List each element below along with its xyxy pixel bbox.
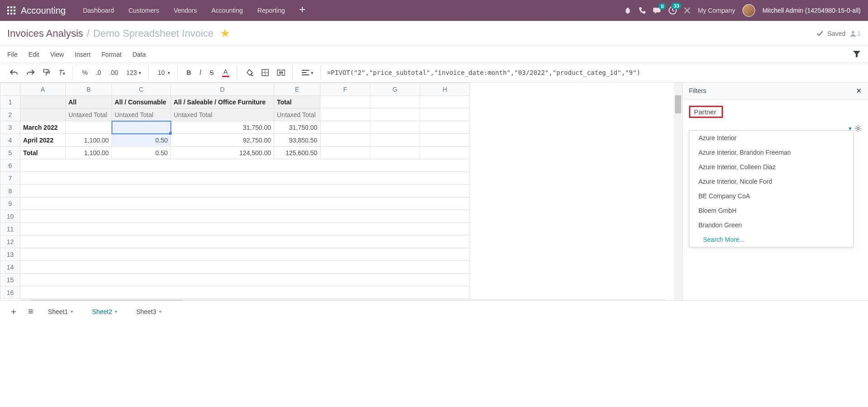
paint-format-icon[interactable] [40, 67, 53, 78]
col-header[interactable]: E [274, 83, 320, 96]
cell[interactable]: 124,500.00 [171, 147, 274, 159]
tab-sheet3[interactable]: Sheet3▾ [130, 304, 167, 319]
cell[interactable] [320, 96, 370, 108]
col-header[interactable]: D [171, 83, 274, 96]
partner-filter-label[interactable]: Partner [689, 106, 723, 118]
cell[interactable] [420, 96, 470, 108]
nav-reporting[interactable]: Reporting [251, 3, 291, 18]
filter-funnel-icon[interactable] [853, 50, 861, 58]
cell[interactable]: All [66, 96, 112, 108]
selected-cell[interactable] [112, 121, 171, 134]
close-tray-icon[interactable] [684, 7, 690, 14]
cell[interactable]: 0.50 [112, 147, 171, 159]
cell[interactable] [20, 96, 66, 108]
nav-dashboard[interactable]: Dashboard [77, 3, 121, 18]
cell[interactable] [320, 134, 370, 147]
row-header[interactable]: 13 [0, 248, 20, 261]
cell[interactable] [20, 274, 470, 286]
cell[interactable]: Untaxed Total [274, 108, 320, 121]
row-header[interactable]: 11 [0, 223, 20, 235]
row-header[interactable]: 6 [0, 159, 20, 172]
row-header[interactable]: 3 [0, 121, 20, 134]
sheets-menu-icon[interactable]: ≡ [26, 304, 35, 319]
cell[interactable] [320, 147, 370, 159]
app-brand[interactable]: Accounting [21, 5, 66, 16]
activity-icon[interactable]: 33 [669, 6, 677, 15]
menu-edit[interactable]: Edit [29, 51, 39, 58]
scroll-thumb[interactable] [29, 300, 183, 300]
collab-users[interactable]: 1 [850, 30, 861, 37]
cell[interactable]: Untaxed Total [66, 108, 112, 121]
col-header[interactable]: G [370, 83, 420, 96]
cell[interactable] [370, 96, 420, 108]
format-dec-increase[interactable]: .00 [107, 67, 121, 78]
scroll-thumb[interactable] [675, 95, 681, 113]
scroll-left-icon[interactable]: ◂ [22, 299, 25, 300]
cell[interactable] [370, 108, 420, 121]
format-number[interactable]: 123 ▾ [124, 67, 144, 78]
menu-data[interactable]: Data [132, 51, 146, 58]
row-header[interactable]: 1 [0, 96, 20, 108]
search-more-link[interactable]: Search More... [689, 232, 853, 247]
cell[interactable] [20, 197, 470, 210]
col-header[interactable]: H [420, 83, 470, 96]
dropdown-option[interactable]: Brandon Green [689, 218, 853, 232]
cell[interactable] [320, 121, 370, 134]
clear-format-icon[interactable] [55, 67, 68, 78]
cell[interactable] [20, 248, 470, 261]
dropdown-option[interactable]: Azure Interior, Nicole Ford [689, 174, 853, 189]
menu-insert[interactable]: Insert [75, 51, 91, 58]
cell[interactable]: 1,100.00 [66, 147, 112, 159]
col-header[interactable]: F [320, 83, 370, 96]
horizontal-scrollbar[interactable]: ◂ ▸ [20, 299, 666, 300]
cell[interactable] [370, 121, 420, 134]
cell[interactable]: 1,100.00 [66, 134, 112, 147]
merge-icon[interactable] [274, 68, 288, 78]
cell[interactable]: Untaxed Total [112, 108, 171, 121]
cell[interactable] [20, 172, 470, 185]
phone-icon[interactable] [639, 7, 646, 14]
user-menu[interactable]: Mitchell Admin (14254980-15-0-all) [762, 7, 861, 14]
row-header[interactable]: 16 [0, 286, 20, 299]
row-header[interactable]: 4 [0, 134, 20, 147]
cell[interactable] [420, 121, 470, 134]
cell-handle[interactable] [169, 132, 172, 135]
nav-vendors[interactable]: Vendors [167, 3, 203, 18]
col-header[interactable]: B [66, 83, 112, 96]
cell[interactable]: 125,600.50 [274, 147, 320, 159]
format-percent[interactable]: % [79, 67, 90, 78]
chat-icon[interactable]: 8 [653, 7, 661, 14]
cell[interactable]: March 2022 [20, 121, 66, 134]
cell[interactable] [20, 159, 470, 172]
col-header[interactable]: C [112, 83, 171, 96]
cell[interactable] [20, 286, 470, 299]
cell[interactable] [370, 134, 420, 147]
cell[interactable] [20, 235, 470, 248]
cell[interactable] [66, 121, 112, 134]
cell[interactable] [20, 210, 470, 223]
vertical-scrollbar[interactable] [674, 83, 682, 300]
avatar[interactable] [742, 4, 755, 17]
spreadsheet-grid[interactable]: A B C D E F G H 1 All All / Consumable A… [0, 83, 470, 299]
menu-format[interactable]: Format [102, 51, 121, 58]
cell[interactable] [420, 134, 470, 147]
favorite-star-icon[interactable]: ★ [220, 26, 230, 40]
nav-customers[interactable]: Customers [122, 3, 165, 18]
dropdown-option[interactable]: Azure Interior [689, 131, 853, 145]
menu-view[interactable]: View [50, 51, 64, 58]
nav-accounting[interactable]: Accounting [205, 3, 249, 18]
dropdown-option[interactable]: Bloem GmbH [689, 203, 853, 218]
nav-add[interactable] [293, 3, 311, 18]
company-switcher[interactable]: My Company [698, 7, 735, 14]
cell[interactable]: 93,850.50 [274, 134, 320, 147]
cell[interactable] [370, 147, 420, 159]
cell[interactable]: All / Saleable / Office Furniture [171, 96, 274, 108]
tab-sheet2[interactable]: Sheet2▾ [86, 304, 123, 319]
cell[interactable] [420, 108, 470, 121]
cell[interactable]: 92,750.00 [171, 134, 274, 147]
italic-icon[interactable]: I [197, 67, 204, 78]
dropdown-option[interactable]: BE Company CoA [689, 189, 853, 203]
cell[interactable] [20, 261, 470, 274]
breadcrumb-parent[interactable]: Invoices Analysis [7, 28, 83, 39]
row-header[interactable]: 12 [0, 235, 20, 248]
